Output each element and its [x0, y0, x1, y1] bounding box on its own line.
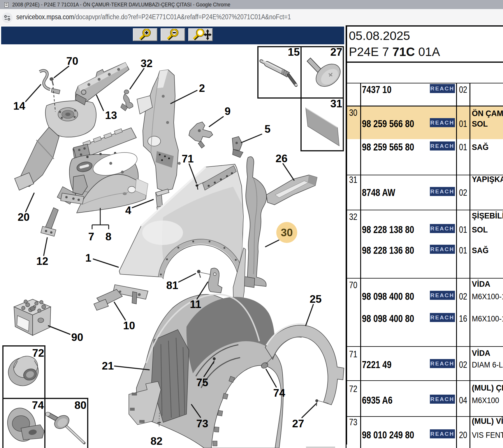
svg-text:74: 74: [273, 387, 285, 399]
svg-text:15: 15: [288, 46, 300, 58]
svg-text:20: 20: [17, 211, 29, 223]
svg-text:26: 26: [275, 153, 287, 164]
svg-text:75: 75: [196, 377, 208, 388]
svg-text:81: 81: [166, 279, 178, 291]
svg-text:13: 13: [105, 109, 117, 121]
svg-text:8: 8: [105, 231, 112, 243]
svg-text:4: 4: [125, 204, 131, 216]
svg-text:5: 5: [265, 123, 271, 135]
svg-text:73: 73: [196, 418, 208, 430]
svg-text:90: 90: [71, 331, 83, 343]
svg-text:21: 21: [102, 360, 114, 372]
svg-text:2: 2: [199, 82, 205, 94]
svg-text:32: 32: [140, 57, 152, 69]
svg-text:1: 1: [85, 252, 92, 264]
svg-text:11: 11: [190, 298, 201, 310]
svg-text:74: 74: [32, 399, 44, 411]
svg-text:25: 25: [309, 293, 321, 305]
svg-text:27: 27: [330, 46, 342, 58]
svg-text:72: 72: [32, 347, 44, 359]
svg-text:71: 71: [182, 153, 194, 165]
svg-text:30: 30: [281, 227, 293, 239]
svg-text:82: 82: [150, 435, 162, 447]
svg-text:31: 31: [330, 98, 342, 110]
svg-text:10: 10: [123, 320, 135, 332]
svg-text:70: 70: [66, 55, 78, 67]
svg-text:7: 7: [88, 231, 94, 243]
svg-text:27: 27: [292, 418, 304, 430]
svg-text:12: 12: [36, 255, 48, 267]
svg-text:80: 80: [74, 399, 86, 411]
svg-text:9: 9: [225, 105, 231, 117]
svg-text:14: 14: [13, 100, 25, 112]
